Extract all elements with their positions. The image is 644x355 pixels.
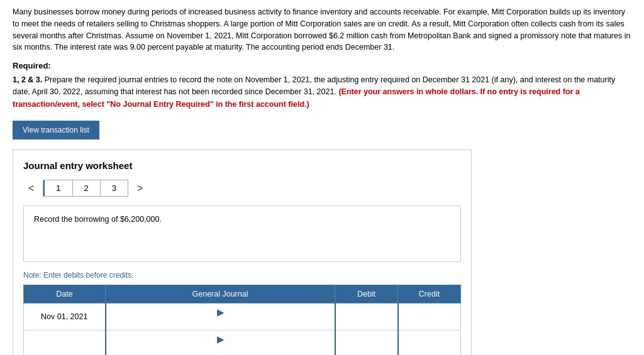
problem-number: 1, 2 & 3. xyxy=(13,75,42,84)
table-row: ▶ xyxy=(24,330,461,355)
table-row: Nov 01, 2021 ▶ xyxy=(24,303,461,330)
tab-1[interactable]: 1 xyxy=(43,180,72,196)
next-arrow[interactable]: > xyxy=(132,180,148,197)
journal-cell-1[interactable]: ▶ xyxy=(106,303,335,330)
credit-input-2[interactable] xyxy=(405,339,455,348)
credit-cell-1[interactable] xyxy=(398,303,461,330)
credit-cell-2[interactable] xyxy=(398,330,461,355)
journal-table: Date General Journal Debit Credit Nov 01… xyxy=(23,285,461,355)
journal-cell-2[interactable]: ▶ xyxy=(106,330,335,355)
tab-group: 1 2 3 xyxy=(43,180,128,197)
date-cell-1: Nov 01, 2021 xyxy=(24,303,106,330)
transaction-description: Record the borrowing of $6,200,000. xyxy=(23,205,461,262)
prev-arrow[interactable]: < xyxy=(23,180,39,197)
tab-3[interactable]: 3 xyxy=(101,180,128,196)
row-arrow-1: ▶ xyxy=(217,307,224,317)
debit-input-1[interactable] xyxy=(342,312,391,321)
header-debit: Debit xyxy=(335,285,398,303)
header-general-journal: General Journal xyxy=(106,285,335,303)
tab-navigation: < 1 2 3 > xyxy=(23,180,461,197)
worksheet-title: Journal entry worksheet xyxy=(23,160,461,171)
view-transaction-button[interactable]: View transaction list xyxy=(13,121,99,139)
header-date: Date xyxy=(24,285,106,303)
credit-input-1[interactable] xyxy=(405,312,455,321)
intro-paragraph: Many businesses borrow money during peri… xyxy=(13,6,631,53)
row-arrow-2: ▶ xyxy=(217,334,224,344)
journal-input-2[interactable] xyxy=(113,344,328,353)
date-cell-2 xyxy=(24,330,106,355)
required-label: Required: xyxy=(13,61,631,70)
debit-input-2[interactable] xyxy=(342,339,391,348)
journal-entry-worksheet: Journal entry worksheet < 1 2 3 > Record… xyxy=(13,150,472,355)
problem-text: 1, 2 & 3. Prepare the required journal e… xyxy=(13,74,631,111)
tab-2[interactable]: 2 xyxy=(73,180,101,196)
debit-cell-2[interactable] xyxy=(335,330,398,355)
debit-cell-1[interactable] xyxy=(335,303,398,330)
note-text: Note: Enter debits before credits. xyxy=(23,271,461,280)
journal-input-1[interactable] xyxy=(113,317,328,326)
header-credit: Credit xyxy=(398,285,461,303)
